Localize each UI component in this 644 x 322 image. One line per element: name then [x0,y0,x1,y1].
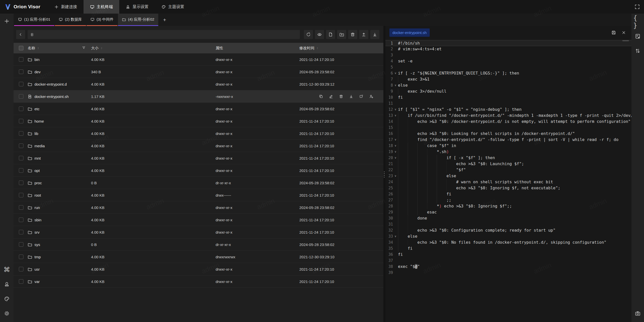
row-checkbox[interactable] [19,267,23,271]
row-checkbox[interactable] [19,131,23,136]
table-row[interactable]: root4.00 KBdrwx------2021-11-24 17:20:10 [14,189,383,201]
row-checkbox[interactable] [19,106,23,111]
tab-1[interactable]: (1) 应用-分析01 [14,14,54,26]
back-button[interactable] [16,30,25,39]
upload-button[interactable] [359,30,368,39]
file-name-cell[interactable]: sbin [28,218,91,222]
table-row[interactable]: lib4.00 KBdrwxr-xr-x2021-11-24 17:20:10 [14,127,383,140]
fold-icon[interactable]: ∨ [393,82,398,88]
sort-icon[interactable] [100,47,103,49]
table-row[interactable]: home4.00 KBdrwxr-xr-x2021-11-24 17:20:10 [14,115,383,127]
table-row[interactable]: run4.00 KBdrwxr-xr-x2024-05-28 23:58:02 [14,201,383,214]
editor-scrollbar-thumb[interactable] [622,40,629,41]
path-input[interactable] [36,32,297,37]
tab-2[interactable]: (2) 数据库 [55,14,86,26]
editor-file-badge[interactable]: docker-entrypoint.sh [389,28,430,37]
file-name-cell[interactable]: docker-entrypoint.d [28,82,91,86]
table-row[interactable]: proc0 Bdr-xr-xr-x2024-05-28 23:58:02 [14,177,383,189]
row-checkbox[interactable] [19,168,23,173]
row-checkbox[interactable] [19,242,23,247]
menu-display-settings[interactable]: 显示设置 [119,0,155,14]
app-logo[interactable]: Orion Visor [0,0,48,14]
fold-icon[interactable]: ∨ [393,233,398,239]
fold-icon[interactable]: ∨ [393,143,398,149]
row-checkbox[interactable] [19,57,23,62]
table-row[interactable]: var4.00 KBdrwxr-xr-x2021-11-24 17:20:10 [14,275,383,288]
table-row[interactable]: opt4.00 KBdrwxr-xr-x2021-11-24 17:20:10 [14,164,383,177]
new-file-button[interactable] [326,30,335,39]
row-permission-button[interactable] [369,94,373,98]
file-name-cell[interactable]: bin [28,57,91,62]
row-checkbox[interactable] [19,255,23,259]
rail-new-tab-button[interactable] [2,17,11,26]
row-checkbox[interactable] [19,94,23,99]
fold-icon[interactable]: ∨ [393,155,398,161]
row-checkbox[interactable] [19,82,23,86]
fold-icon[interactable]: ∨ [393,70,398,76]
sort-icon[interactable] [316,47,319,49]
rail-variables-button[interactable]: { } [633,17,642,26]
fold-icon[interactable]: ∨ [393,173,398,179]
file-name-cell[interactable]: var [28,279,91,284]
row-checkbox[interactable] [19,144,23,148]
row-download-button[interactable] [349,94,353,98]
rail-screenshot-button[interactable] [633,309,642,318]
menu-new-connection[interactable]: 新建连接 [48,0,84,14]
row-edit-button[interactable] [329,94,333,98]
save-button[interactable] [610,29,617,36]
file-name-cell[interactable]: run [28,205,91,210]
row-checkbox[interactable] [19,230,23,234]
file-name-cell[interactable]: lib [28,131,91,136]
filter-icon[interactable] [82,46,86,50]
row-checkbox[interactable] [19,193,23,197]
tab-3[interactable]: (3) 中间件 [87,14,118,26]
file-name-cell[interactable]: mnt [28,156,91,160]
menu-theme-settings[interactable]: 主题设置 [155,0,191,14]
table-row[interactable]: sbin4.00 KBdrwxr-xr-x2021-11-24 17:20:10 [14,214,383,226]
close-editor-button[interactable] [620,29,627,36]
fullscreen-button[interactable] [630,0,644,14]
table-row[interactable]: mnt4.00 KBdrwxr-xr-x2021-11-24 17:20:10 [14,152,383,164]
fold-icon[interactable]: ∨ [393,137,398,143]
file-name-cell[interactable]: tmp [28,255,91,259]
fold-icon[interactable]: ∨ [393,106,398,113]
code-editor[interactable]: 1#!/bin/sh2# vim:sw=4:ts=4:et34set -e56∨… [385,39,631,322]
table-row[interactable]: usr4.00 KBdrwxr-xr-x2021-11-24 17:20:10 [14,263,383,275]
delete-button[interactable] [348,30,357,39]
row-checkbox[interactable] [19,279,23,284]
row-checkbox[interactable] [19,156,23,160]
row-checkbox[interactable] [19,181,23,185]
file-name-cell[interactable]: etc [28,107,91,111]
download-button[interactable] [370,30,379,39]
file-name-cell[interactable]: docker-entrypoint.sh [28,94,91,99]
row-checkbox[interactable] [19,119,23,123]
file-name-cell[interactable]: sys [28,242,91,247]
rail-file-bookmark-button[interactable] [633,32,642,41]
select-all-checkbox[interactable] [19,46,23,50]
row-copy-button[interactable] [319,94,323,98]
table-row[interactable]: media4.00 KBdrwxr-xr-x2021-11-24 17:20:1… [14,140,383,152]
panel-splitter[interactable] [383,26,385,322]
menu-host-terminal[interactable]: 主机终端 [84,0,119,14]
rail-settings-button[interactable] [2,309,11,318]
file-name-cell[interactable]: dev [28,70,91,74]
file-name-cell[interactable]: home [28,119,91,123]
table-row[interactable]: bin4.00 KBdrwxr-xr-x2021-11-24 17:20:10 [14,53,383,66]
row-checkbox[interactable] [19,69,23,74]
row-checkbox[interactable] [19,205,23,210]
file-name-cell[interactable]: opt [28,168,91,173]
table-row[interactable]: sys0 Bdr-xr-xr-x2024-05-28 23:58:02 [14,238,383,251]
table-row[interactable]: tmp4.00 KBdrwxrwxrwx2021-12-30 03:29:10 [14,251,383,263]
preview-button[interactable] [315,30,324,39]
row-checkbox[interactable] [19,218,23,222]
file-name-cell[interactable]: root [28,193,91,197]
file-name-cell[interactable]: srv [28,230,91,234]
rail-swap-vertical-button[interactable] [633,46,642,55]
table-row[interactable]: dev340 Bdrwxr-xr-x2024-05-28 23:58:02 [14,66,383,78]
file-name-cell[interactable]: usr [28,267,91,271]
fold-icon[interactable]: ∨ [393,113,398,119]
splitter-grip-icon[interactable] [384,171,385,177]
rail-display-button[interactable] [2,280,11,289]
rail-command-button[interactable]: ⌘ [2,265,11,274]
table-row[interactable]: docker-entrypoint.d4.00 KBdrwxr-xr-x2021… [14,78,383,90]
